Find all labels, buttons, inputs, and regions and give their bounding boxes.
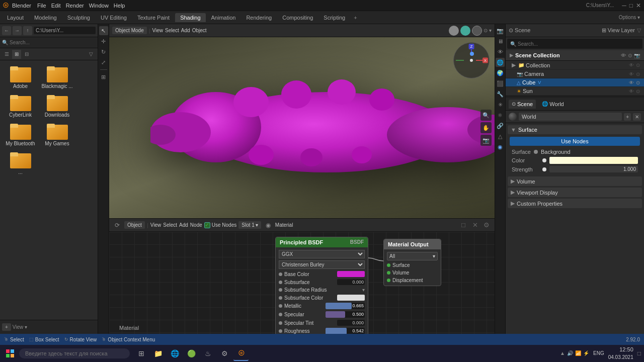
taskbar-notification[interactable]: □ — [637, 350, 641, 357]
file-item-mygames[interactable]: My Games — [41, 122, 73, 146]
filter-btn[interactable]: ▽ — [87, 50, 96, 59]
menu-help[interactable]: Help — [114, 3, 125, 9]
file-item-cyberlink[interactable]: CyberLink — [4, 93, 37, 118]
taskbar-app-taskview[interactable]: ⊞ — [134, 346, 149, 361]
props-icon-output[interactable]: 🖥 — [496, 37, 505, 46]
strength-input[interactable]: 1.000 — [549, 166, 638, 172]
taskbar-app-explorer[interactable]: 📁 — [150, 346, 166, 361]
viewport-shading-solid[interactable] — [449, 26, 459, 36]
view-tiles-btn[interactable]: ⊟ — [22, 50, 31, 59]
object-mode-btn[interactable]: Object Mode — [112, 27, 147, 34]
node-tool2[interactable]: ✕ — [470, 220, 480, 230]
taskbar-time[interactable]: 12:50 04.03.2021 — [608, 346, 633, 360]
sc-item-collection[interactable]: ▶ 📁 Collection 👁 ⊙ — [506, 61, 644, 70]
tab-scripting[interactable]: Scripting — [318, 13, 350, 22]
view-grid-btn[interactable]: ⊞ — [12, 50, 21, 59]
principled-bsdf-node[interactable]: Principled BSDF BSDF GGX — [275, 237, 368, 334]
world-new-btn[interactable]: + — [624, 113, 631, 121]
props-scene-icon[interactable]: ⊙ Scene — [509, 100, 536, 109]
window-controls[interactable]: ─ □ ✕ — [622, 2, 641, 9]
world-color-swatch[interactable] — [549, 157, 638, 164]
props-icon-scene[interactable]: 🌐 — [496, 58, 505, 67]
props-icon-object[interactable]: ⬛ — [496, 79, 505, 88]
zoom-in-icon[interactable]: 🔍 — [480, 110, 492, 121]
scene-search-input[interactable] — [518, 41, 639, 47]
taskbar-app-steam[interactable]: ♨ — [200, 346, 215, 361]
props-icon-physics[interactable]: ⚛ — [496, 111, 505, 120]
viewport-display-header[interactable]: ▶ Viewport Display — [508, 188, 642, 197]
node-node-btn[interactable]: Node — [190, 222, 202, 228]
tab-uv-editing[interactable]: UV Editing — [96, 13, 132, 22]
taskbar-app-settings[interactable]: ⚙ — [217, 346, 232, 361]
custom-properties-header[interactable]: ▶ Custom Properties — [508, 199, 642, 208]
tab-texture-paint[interactable]: Texture Paint — [132, 13, 175, 22]
ggx-select[interactable]: GGX — [279, 250, 365, 258]
right-panel-filter[interactable]: ▽ — [637, 27, 641, 34]
roughness-bar[interactable]: 0.542 — [326, 328, 365, 334]
sidebar-view-toggle[interactable]: View ▾ — [13, 324, 27, 330]
node-tool1[interactable]: □ — [458, 220, 468, 230]
taskbar-app-edge[interactable]: 🌐 — [167, 346, 182, 361]
node-select-btn[interactable]: Select — [163, 222, 177, 228]
tab-shading[interactable]: Shading — [175, 13, 205, 22]
props-icon-constraints[interactable]: 🔗 — [496, 121, 505, 130]
node-material-icon[interactable]: ◉ — [263, 220, 273, 230]
node-object-btn[interactable]: Object — [124, 221, 145, 229]
viewport-shading-material[interactable] — [460, 26, 470, 36]
metallic-bar[interactable]: 0.665 — [326, 303, 365, 309]
tab-layout[interactable]: Layout — [2, 13, 29, 22]
taskbar-language[interactable]: ENG — [593, 350, 604, 356]
world-delete-btn[interactable]: ✕ — [633, 113, 641, 121]
taskbar-search[interactable] — [19, 348, 130, 358]
sidebar-path-input[interactable]: C:\Users\Y... — [34, 27, 96, 34]
pan-icon[interactable]: ✋ — [480, 122, 492, 133]
tab-sculpting[interactable]: Sculpting — [62, 13, 95, 22]
file-item-adobe[interactable]: Adobe — [4, 64, 37, 89]
node-add-btn[interactable]: Add — [179, 222, 188, 228]
file-item-extra[interactable]: ... — [4, 150, 37, 175]
viewport-shading-rendered[interactable] — [472, 26, 482, 36]
menu-render[interactable]: Render — [66, 3, 84, 9]
sc-item-sun[interactable]: ☀ Sun 👁 ⊙ — [506, 87, 644, 96]
node-slot-selector[interactable]: Slot 1▾ — [238, 221, 261, 229]
subsurface-bar[interactable]: 0.000 — [337, 279, 365, 285]
volume-section-header[interactable]: ▶ Volume — [508, 176, 642, 186]
sidebar-back-btn[interactable]: ← — [2, 26, 11, 35]
props-icon-particles[interactable]: ✳ — [496, 100, 505, 109]
props-icon-world[interactable]: 🌍 — [496, 68, 505, 77]
use-nodes-btn[interactable]: Use Nodes — [510, 137, 640, 146]
subsurface-color-swatch[interactable] — [337, 295, 365, 301]
node-canvas[interactable]: Principled BSDF BSDF GGX — [109, 232, 495, 334]
props-icon-view[interactable]: 👁 — [496, 47, 505, 56]
props-icon-material[interactable]: ◉ — [496, 142, 505, 151]
file-item-downloads[interactable]: Downloads — [41, 93, 73, 118]
file-item-blackmagic[interactable]: Blackmagic ... — [41, 64, 73, 89]
tool-icon-transform[interactable]: ⊞ — [99, 72, 108, 81]
tab-add[interactable]: + — [351, 13, 360, 22]
taskbar-start-btn[interactable] — [3, 346, 17, 360]
tool-icon-rotate[interactable]: ↻ — [99, 47, 108, 56]
node-header-icon[interactable]: ⟳ — [112, 220, 122, 230]
tab-modeling[interactable]: Modeling — [29, 13, 62, 22]
tab-rendering[interactable]: Rendering — [241, 13, 277, 22]
props-icon-render[interactable]: 📷 — [496, 26, 505, 35]
menu-window[interactable]: Window — [89, 3, 109, 9]
specular-bar[interactable]: 0.500 — [326, 311, 365, 318]
sidebar-search-input[interactable] — [10, 40, 96, 45]
props-icon-data[interactable]: △ — [496, 132, 505, 141]
viewport-canvas[interactable]: Z X 🔍 ✋ 📷 — [109, 37, 495, 218]
props-world-icon[interactable]: 🌐 World — [539, 100, 567, 109]
file-item-mybluetooth[interactable]: My Bluetooth — [4, 122, 37, 146]
tool-icon-cursor[interactable]: ↖ — [99, 26, 108, 35]
sc-item-cube[interactable]: △ Cube V 👁 ⊙ — [506, 78, 644, 87]
viewport-select-btn[interactable]: Select — [165, 28, 179, 33]
tool-icon-move[interactable]: ✛ — [99, 37, 108, 46]
sidebar-up-btn[interactable]: ↑ — [23, 26, 32, 35]
surface-section-header[interactable]: ▼ Surface — [508, 125, 642, 134]
christensen-select[interactable]: Christensen Burley — [279, 260, 365, 269]
view-list-btn[interactable]: ☰ — [2, 50, 11, 59]
base-color-swatch[interactable] — [337, 271, 365, 277]
sidebar-forward-btn[interactable]: → — [13, 26, 22, 35]
sc-item-camera[interactable]: 📷 Camera 👁 ⊙ — [506, 70, 644, 78]
menu-edit[interactable]: Edit — [51, 3, 61, 9]
